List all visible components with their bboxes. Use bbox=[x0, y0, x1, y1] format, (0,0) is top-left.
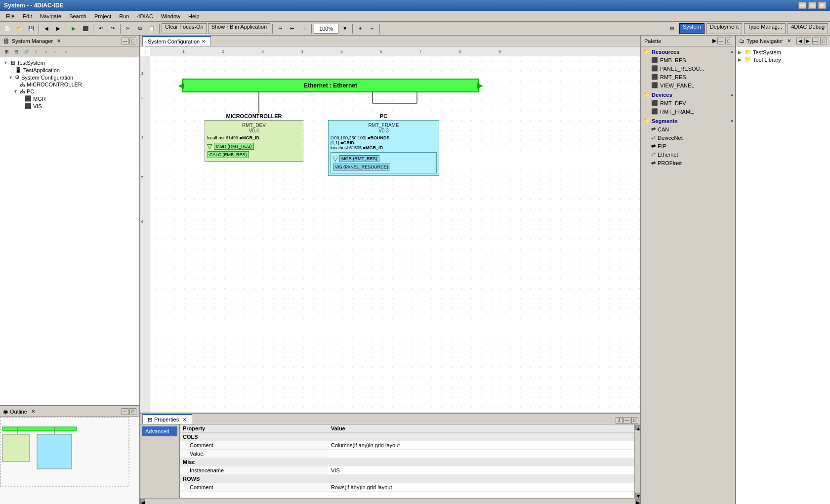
tree-item-testapplication[interactable]: 📱 TestApplication bbox=[2, 66, 137, 74]
type-nav-item-testsystem[interactable]: ▶ 📁 TestSystem bbox=[738, 48, 828, 56]
forward-button[interactable]: ▶ bbox=[53, 23, 64, 34]
expand-all-button[interactable]: ⊞ bbox=[2, 47, 11, 56]
palette-segments-header[interactable]: 📁 Segments ≡ bbox=[641, 117, 735, 125]
copy-button[interactable]: ⧉ bbox=[134, 23, 145, 34]
menu-help[interactable]: Help bbox=[184, 12, 204, 20]
palette-minimize-button[interactable]: — bbox=[717, 38, 724, 44]
pc-fb-vis[interactable]: VIS (PANEL_RESOURCE) bbox=[333, 164, 390, 170]
zoom-out-button[interactable]: − bbox=[367, 23, 377, 34]
maximize-panel-button[interactable]: □ bbox=[129, 38, 136, 44]
menu-project[interactable]: Project bbox=[90, 12, 115, 20]
align-right-button[interactable]: ⊥ bbox=[298, 23, 309, 34]
menu-window[interactable]: Window bbox=[157, 12, 184, 20]
close-button[interactable]: ✕ bbox=[818, 2, 826, 9]
down-button[interactable]: ↓ bbox=[42, 47, 50, 56]
palette-item-view-panel[interactable]: ⬛ VIEW_PANEL bbox=[641, 81, 735, 89]
type-nav-back-button[interactable]: ◀ bbox=[796, 38, 803, 44]
left-button[interactable]: ← bbox=[51, 47, 60, 56]
minimize-panel-button[interactable]: — bbox=[122, 38, 128, 44]
paste-button[interactable]: 📋 bbox=[146, 23, 157, 34]
maximize-outline-button[interactable]: □ bbox=[129, 408, 136, 415]
mc-fb-calc[interactable]: CALC (EMB_RES) bbox=[208, 151, 249, 158]
palette-item-rmt-res[interactable]: ⬛ RMT_RES bbox=[641, 73, 735, 81]
right-button[interactable]: → bbox=[61, 47, 70, 56]
deployment-tab[interactable]: Deployment bbox=[706, 23, 743, 34]
system-config-tab-close[interactable]: ✕ bbox=[202, 39, 206, 44]
pc-box[interactable]: PC RMT_FRAME V0.3 [100,100,250,100] ■BOU… bbox=[328, 113, 439, 176]
overview-button[interactable]: ⊞ bbox=[666, 23, 677, 34]
palette-devices-header[interactable]: 📁 Devices ≡ bbox=[641, 90, 735, 99]
palette-item-profinet[interactable]: ⇌ PROFInet bbox=[641, 159, 735, 167]
tree-item-testsystem[interactable]: ▼ 🖥 TestSystem bbox=[2, 59, 137, 66]
minimize-outline-button[interactable]: — bbox=[122, 408, 128, 415]
palette-item-emb-res[interactable]: ⬛ EMB_RES bbox=[641, 56, 735, 64]
ethernet-segment[interactable]: ◀ Ethernet : Ethernet ▶ bbox=[182, 79, 479, 92]
cut-button[interactable]: ✂ bbox=[123, 23, 133, 34]
collapse-all-button[interactable]: ⊟ bbox=[12, 47, 21, 56]
new-button[interactable]: 📄 bbox=[2, 23, 13, 34]
zoom-dropdown[interactable]: ▼ bbox=[339, 23, 350, 34]
link-button[interactable]: 🔗 bbox=[22, 47, 31, 56]
up-button[interactable]: ↑ bbox=[32, 47, 41, 56]
align-left-button[interactable]: ⊣ bbox=[275, 23, 286, 34]
properties-maximize-button[interactable]: □ bbox=[631, 417, 638, 424]
palette-arrow-button[interactable]: ▶ bbox=[712, 38, 716, 44]
palette-item-devicenet[interactable]: ⇌ DeviceNet bbox=[641, 133, 735, 142]
stop-button[interactable]: ⬛ bbox=[80, 23, 91, 34]
prop-value-value[interactable] bbox=[328, 450, 634, 458]
minimize-button[interactable]: — bbox=[798, 2, 806, 9]
type-nav-item-toollibrary[interactable]: ▶ 📁 Tool Library bbox=[738, 56, 828, 63]
properties-tab[interactable]: ⊞ Properties ✕ bbox=[142, 414, 192, 424]
canvas-area[interactable]: 1 2 3 4 5 6 7 8 9 2 3 4 5 6 bbox=[140, 46, 640, 413]
mc-fb-mgr[interactable]: MGR (RMT_RES) bbox=[214, 143, 254, 150]
properties-hscrollbar[interactable]: ◀ ▶ bbox=[140, 498, 640, 504]
properties-export-button[interactable]: ⤴ bbox=[616, 417, 622, 424]
palette-resources-header[interactable]: 📁 Resources ≡ bbox=[641, 47, 735, 56]
tree-item-vis[interactable]: ⬛ VIS bbox=[2, 102, 137, 110]
maximize-button[interactable]: □ bbox=[808, 2, 816, 9]
properties-minimize-button[interactable]: — bbox=[623, 417, 630, 424]
scrollbar-up[interactable]: ▲ bbox=[635, 425, 640, 430]
microcontroller-box[interactable]: MICROCONTROLLER RMT_DEV V0.4 localhost:6… bbox=[205, 113, 303, 162]
properties-tab-close[interactable]: ✕ bbox=[183, 417, 187, 422]
undo-button[interactable]: ↶ bbox=[95, 23, 106, 34]
tree-item-pc[interactable]: ▼ 🖧 PC bbox=[2, 88, 137, 95]
palette-item-panel-resu[interactable]: ⬛ PANEL_RESOU... bbox=[641, 64, 735, 73]
palette-item-can[interactable]: ⇌ CAN bbox=[641, 125, 735, 133]
scrollbar-down[interactable]: ▼ bbox=[635, 493, 640, 498]
open-button[interactable]: 📂 bbox=[14, 23, 25, 34]
properties-scrollbar[interactable]: ▲ ▼ bbox=[634, 424, 640, 498]
type-manager-tab[interactable]: Type Manag... bbox=[744, 23, 786, 34]
debug-tab[interactable]: 4DIAC Debug bbox=[788, 23, 828, 34]
hscrollbar-right[interactable]: ▶ bbox=[635, 499, 640, 504]
system-config-tab[interactable]: System Configuration ✕ bbox=[142, 36, 211, 46]
tree-item-microcontroller[interactable]: 🖧 MICROCONTROLLER bbox=[2, 81, 137, 88]
advanced-button[interactable]: Advanced bbox=[142, 426, 177, 436]
type-nav-forward-button[interactable]: ▶ bbox=[804, 38, 811, 44]
menu-navigate[interactable]: Navigate bbox=[36, 12, 65, 20]
clear-focus-button[interactable]: Clear Focus-On bbox=[162, 23, 207, 34]
type-nav-maximize-button[interactable]: □ bbox=[820, 38, 827, 44]
type-nav-minimize-button[interactable]: — bbox=[812, 38, 819, 44]
system-tab[interactable]: System bbox=[679, 23, 705, 34]
redo-button[interactable]: ↷ bbox=[107, 23, 118, 34]
save-button[interactable]: 💾 bbox=[26, 23, 37, 34]
palette-item-rmt-dev[interactable]: ⬛ RMT_DEV bbox=[641, 99, 735, 107]
palette-item-ethernet[interactable]: ⇌ Ethernet bbox=[641, 150, 735, 159]
run-button[interactable]: ▶ bbox=[68, 23, 79, 34]
hscrollbar-left[interactable]: ◀ bbox=[140, 499, 145, 504]
back-button[interactable]: ◀ bbox=[41, 23, 52, 34]
menu-file[interactable]: File bbox=[2, 12, 19, 20]
zoom-input[interactable] bbox=[314, 24, 338, 34]
palette-item-rmt-frame[interactable]: ⬛ RMT_FRAME bbox=[641, 107, 735, 116]
menu-search[interactable]: Search bbox=[65, 12, 90, 20]
menu-run[interactable]: Run bbox=[115, 12, 133, 20]
show-fb-button[interactable]: Show FB in Application bbox=[208, 23, 271, 34]
menu-edit[interactable]: Edit bbox=[19, 12, 36, 20]
tree-item-mgr[interactable]: ⬛ MGR bbox=[2, 95, 137, 102]
menu-4diac[interactable]: 4DIAC bbox=[133, 12, 157, 20]
pc-fb-mgr[interactable]: MGR (RMT_RES) bbox=[339, 155, 379, 162]
palette-maximize-button[interactable]: □ bbox=[725, 38, 732, 44]
align-center-button[interactable]: ⊢ bbox=[287, 23, 297, 34]
zoom-in-button[interactable]: + bbox=[355, 23, 366, 34]
